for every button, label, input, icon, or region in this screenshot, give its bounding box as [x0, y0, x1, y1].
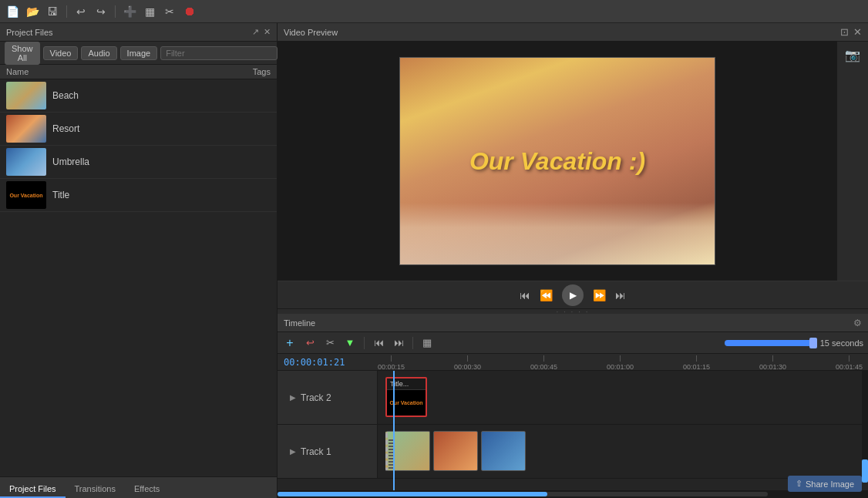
rewind-button[interactable]: ⏪	[540, 289, 553, 301]
ruler-mark: 00:00:45	[530, 354, 557, 370]
audio-filter-button[interactable]: Audio	[81, 46, 116, 60]
timeline-scroll-thumb[interactable]	[278, 492, 547, 496]
panel-header: Project Files ↗ ✕	[0, 23, 277, 42]
umbrella-clip[interactable]	[481, 431, 526, 471]
main-layout: Project Files ↗ ✕ Show All Video Audio I…	[0, 23, 868, 498]
zoom-thumb[interactable]	[809, 338, 817, 348]
zoom-slider[interactable]	[725, 340, 817, 346]
track-1-content[interactable]	[378, 425, 868, 478]
tab-project-files[interactable]: Project Files	[0, 481, 66, 498]
timeline-toolbar: + ↩ ✂ ▼ ⏮ ⏭ ▦ 15 seconds	[278, 332, 868, 354]
tl-cut-icon[interactable]: ✂	[322, 335, 338, 351]
top-toolbar: 📄 📂 🖫 ↩ ↪ ➕ ▦ ✂ ⏺	[0, 0, 868, 23]
new-icon[interactable]: 📄	[5, 4, 20, 19]
track-2-name: Track 2	[301, 392, 331, 403]
timeline-settings-icon[interactable]: ⚙	[853, 318, 862, 328]
wave-overlay	[400, 203, 715, 264]
tags-column-header: Tags	[253, 67, 271, 76]
tab-transitions[interactable]: Transitions	[66, 481, 125, 498]
right-scroll-bar[interactable]	[862, 371, 868, 483]
video-preview-header: Video Preview ⊡ ✕	[278, 23, 868, 42]
track-2-content[interactable]: Title... Our Vacation	[378, 371, 868, 424]
resort-filename: Resort	[52, 123, 79, 134]
timeline-scroll-track[interactable]	[278, 492, 768, 496]
filter-input[interactable]	[160, 46, 278, 60]
tl-marker-icon[interactable]: ▦	[419, 335, 435, 351]
list-item[interactable]: Beach	[0, 79, 277, 113]
preview-expand-icon[interactable]: ⊡	[840, 26, 849, 38]
preview-right-bar: 📷	[837, 42, 868, 281]
video-overlay-text: Our Vacation :)	[469, 147, 645, 176]
ruler-marks: 00:00:15 00:00:30 00:00:45 00:01:00 00:0…	[378, 354, 868, 370]
share-icon: ⇧	[796, 479, 802, 489]
video-filter-button[interactable]: Video	[43, 46, 79, 60]
open-icon[interactable]: 📂	[25, 4, 40, 19]
preview-close-icon[interactable]: ✕	[853, 26, 862, 38]
clip-drag-handle[interactable]	[389, 438, 393, 469]
redo-icon[interactable]: ↪	[93, 4, 109, 19]
right-scroll-thumb[interactable]	[862, 459, 868, 483]
video-preview-content: Our Vacation :) 📷	[278, 42, 868, 281]
share-image-button[interactable]: ⇧ Share Image	[788, 476, 862, 492]
forward-end-button[interactable]: ⏭	[615, 289, 626, 301]
play-button[interactable]: ▶	[562, 284, 584, 306]
video-canvas[interactable]: Our Vacation :)	[278, 42, 837, 281]
right-panel: Video Preview ⊡ ✕ Our Vacation :) 📷	[278, 23, 868, 498]
title-clip-label: Title...	[387, 379, 426, 390]
ruler-mark: 00:01:15	[683, 354, 710, 370]
rewind-start-button[interactable]: ⏮	[520, 289, 530, 301]
list-item[interactable]: Resort	[0, 113, 277, 146]
undo-icon[interactable]: ↩	[73, 4, 89, 19]
beach-clip[interactable]	[385, 431, 430, 471]
beach-thumbnail	[6, 82, 46, 109]
timeline-header: Timeline ⚙	[278, 314, 868, 332]
bottom-tabs: Project Files Transitions Effects	[0, 476, 277, 498]
video-preview-panel: Video Preview ⊡ ✕ Our Vacation :) 📷	[278, 23, 868, 309]
title-thumbnail: Our Vacation	[6, 181, 46, 209]
panel-detach-icon[interactable]: ↗	[252, 27, 259, 37]
screenshot-icon[interactable]: 📷	[845, 48, 860, 62]
image-filter-button[interactable]: Image	[120, 46, 158, 60]
fast-forward-button[interactable]: ⏩	[593, 289, 606, 301]
share-label: Share Image	[806, 479, 854, 489]
track-1-name: Track 1	[301, 446, 331, 457]
transition-icon[interactable]: ▦	[142, 4, 157, 19]
resort-clip[interactable]	[433, 431, 478, 471]
list-item[interactable]: Umbrella	[0, 146, 277, 179]
save-icon[interactable]: 🖫	[45, 4, 60, 19]
tl-skip-start-icon[interactable]: ⏮	[371, 335, 386, 351]
show-all-button[interactable]: Show All	[5, 42, 40, 65]
title-clip[interactable]: Title... Our Vacation	[385, 377, 427, 417]
tl-down-arrow-icon[interactable]: ▼	[342, 335, 358, 351]
track-1-row: ▶ Track 1	[278, 425, 868, 479]
tl-skip-end-icon[interactable]: ⏭	[391, 335, 406, 351]
timeline-scrollbar	[278, 490, 868, 498]
playback-controls: ⏮ ⏪ ▶ ⏩ ⏭	[278, 281, 868, 308]
file-list: Beach Resort Umbrella Our Vacation Title	[0, 79, 277, 476]
title-clip-thumb: Our Vacation	[387, 390, 426, 416]
add-clip-icon[interactable]: ➕	[122, 4, 137, 19]
ruler-mark: 00:00:15	[378, 354, 405, 370]
timeline-tools: ⚙	[853, 318, 862, 328]
track-2-row: ▶ Track 2 Title... Our Vacation	[278, 371, 868, 425]
track-2-chevron-icon[interactable]: ▶	[290, 393, 296, 402]
filter-bar: Show All Video Audio Image ✕	[0, 42, 277, 65]
umbrella-thumbnail	[6, 148, 46, 176]
panel-close-icon[interactable]: ✕	[264, 27, 271, 37]
ruler-mark: 00:01:00	[607, 354, 634, 370]
resort-thumbnail	[6, 115, 46, 143]
left-panel: Project Files ↗ ✕ Show All Video Audio I…	[0, 23, 278, 498]
title-filename: Title	[52, 190, 69, 200]
cut-icon[interactable]: ✂	[162, 4, 177, 19]
tl-add-icon[interactable]: +	[282, 335, 298, 351]
preview-header-controls: ⊡ ✕	[840, 26, 862, 38]
file-list-header: Name Tags	[0, 65, 277, 79]
track-2-label: ▶ Track 2	[278, 371, 378, 424]
beach-filename: Beach	[52, 90, 79, 101]
track-1-chevron-icon[interactable]: ▶	[290, 447, 296, 456]
record-icon[interactable]: ⏺	[182, 4, 197, 19]
panel-controls: ↗ ✕	[252, 27, 271, 37]
tab-effects[interactable]: Effects	[125, 481, 169, 498]
tl-undo-icon[interactable]: ↩	[302, 335, 318, 351]
list-item[interactable]: Our Vacation Title	[0, 179, 277, 212]
